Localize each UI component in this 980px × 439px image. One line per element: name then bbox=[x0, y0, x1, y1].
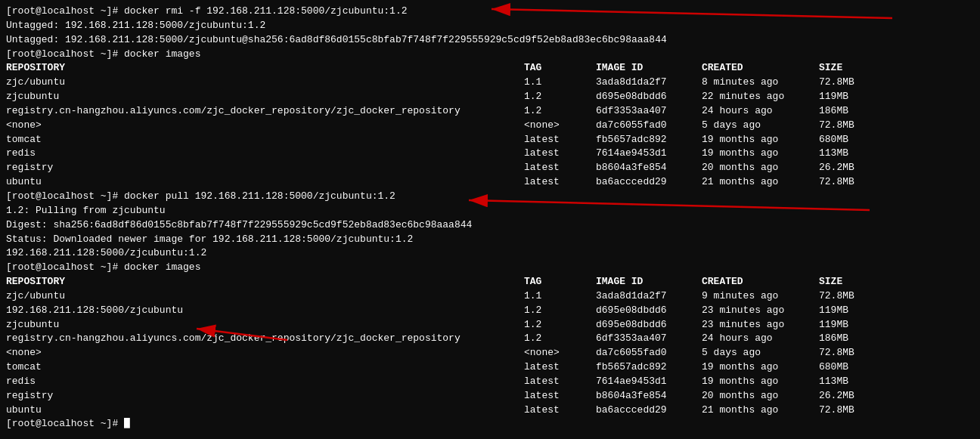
table-cell: 3ada8d1da2f7 bbox=[596, 76, 702, 90]
table-cell: tomcat bbox=[6, 133, 524, 147]
terminal-line: 192.168.211.128:5000/zjcubuntu1.2d695e08… bbox=[6, 304, 974, 318]
table-cell: latest bbox=[524, 403, 596, 418]
terminal-line: REPOSITORYTAGIMAGE IDCREATEDSIZE bbox=[6, 61, 974, 76]
terminal-line: registry.cn-hangzhou.aliyuncs.com/zjc_do… bbox=[6, 104, 974, 119]
table-header-cell: SIZE bbox=[819, 61, 879, 76]
table-cell: latest bbox=[524, 360, 596, 375]
table-cell: latest bbox=[524, 133, 596, 147]
terminal-line: registrylatestb8604a3fe85420 months ago2… bbox=[6, 389, 974, 403]
terminal-line: registry.cn-hangzhou.aliyuncs.com/zjc_do… bbox=[6, 332, 974, 346]
table-header-cell: CREATED bbox=[702, 61, 819, 76]
table-cell: zjcubuntu bbox=[6, 90, 524, 104]
table-cell: 1.2 bbox=[524, 304, 596, 318]
terminal-line: [root@localhost ~]# docker images bbox=[6, 48, 974, 62]
table-cell: 5 days ago bbox=[702, 119, 819, 133]
table-header-cell: REPOSITORY bbox=[6, 275, 524, 289]
table-cell: 119MB bbox=[819, 318, 879, 332]
table-cell: registry.cn-hangzhou.aliyuncs.com/zjc_do… bbox=[6, 104, 524, 119]
table-cell: latest bbox=[524, 389, 596, 403]
table-cell: 9 minutes ago bbox=[702, 289, 819, 304]
table-cell: 72.8MB bbox=[819, 175, 879, 190]
table-cell: 19 months ago bbox=[702, 133, 819, 147]
table-cell: fb5657adc892 bbox=[596, 360, 702, 375]
terminal-line: [root@localhost ~]# docker images bbox=[6, 261, 974, 275]
terminal-line: ubuntulatestba6acccedd2921 months ago72.… bbox=[6, 403, 974, 418]
table-cell: latest bbox=[524, 375, 596, 389]
table-cell: 7614ae9453d1 bbox=[596, 147, 702, 161]
table-cell: 680MB bbox=[819, 360, 879, 375]
table-cell: 1.2 bbox=[524, 104, 596, 119]
table-cell: 26.2MB bbox=[819, 161, 879, 175]
table-cell: 23 minutes ago bbox=[702, 318, 819, 332]
table-cell: 6df3353aa407 bbox=[596, 104, 702, 119]
table-header-cell: IMAGE ID bbox=[596, 275, 702, 289]
table-cell: <none> bbox=[6, 346, 524, 360]
table-cell: zjc/ubuntu bbox=[6, 289, 524, 304]
terminal-line: registrylatestb8604a3fe85420 months ago2… bbox=[6, 161, 974, 175]
terminal-line: zjc/ubuntu1.13ada8d1da2f78 minutes ago72… bbox=[6, 76, 974, 90]
terminal-line: tomcatlatestfb5657adc89219 months ago680… bbox=[6, 133, 974, 147]
terminal-line: 192.168.211.128:5000/zjcubuntu:1.2 bbox=[6, 246, 974, 261]
table-cell: 72.8MB bbox=[819, 346, 879, 360]
table-cell: 72.8MB bbox=[819, 119, 879, 133]
table-header-cell: IMAGE ID bbox=[596, 61, 702, 76]
table-header-cell: SIZE bbox=[819, 275, 879, 289]
terminal-line: tomcatlatestfb5657adc89219 months ago680… bbox=[6, 360, 974, 375]
terminal-line: Status: Downloaded newer image for 192.1… bbox=[6, 233, 974, 247]
terminal-line: redislatest7614ae9453d119 months ago113M… bbox=[6, 147, 974, 161]
table-cell: 72.8MB bbox=[819, 289, 879, 304]
table-cell: redis bbox=[6, 147, 524, 161]
table-cell: 192.168.211.128:5000/zjcubuntu bbox=[6, 304, 524, 318]
table-cell: tomcat bbox=[6, 360, 524, 375]
terminal: [root@localhost ~]# docker rmi -f 192.16… bbox=[0, 0, 980, 439]
terminal-line: <none><none>da7c6055fad05 days ago72.8MB bbox=[6, 119, 974, 133]
terminal-line: zjc/ubuntu1.13ada8d1da2f79 minutes ago72… bbox=[6, 289, 974, 304]
table-cell: ubuntu bbox=[6, 403, 524, 418]
table-cell: da7c6055fad0 bbox=[596, 346, 702, 360]
table-cell: da7c6055fad0 bbox=[596, 119, 702, 133]
table-cell: registry bbox=[6, 389, 524, 403]
terminal-line: redislatest7614ae9453d119 months ago113M… bbox=[6, 375, 974, 389]
table-cell: 26.2MB bbox=[819, 389, 879, 403]
terminal-line: Untagged: 192.168.211.128:5000/zjcubuntu… bbox=[6, 19, 974, 33]
table-cell: latest bbox=[524, 147, 596, 161]
table-cell: <none> bbox=[524, 346, 596, 360]
terminal-line: [root@localhost ~]# docker pull 192.168.… bbox=[6, 190, 974, 204]
table-cell: 1.2 bbox=[524, 318, 596, 332]
terminal-line: ubuntulatestba6acccedd2921 months ago72.… bbox=[6, 175, 974, 190]
table-cell: ba6acccedd29 bbox=[596, 403, 702, 418]
terminal-line: 1.2: Pulling from zjcubuntu bbox=[6, 204, 974, 218]
table-cell: b8604a3fe854 bbox=[596, 161, 702, 175]
terminal-line: <none><none>da7c6055fad05 days ago72.8MB bbox=[6, 346, 974, 360]
table-cell: ubuntu bbox=[6, 175, 524, 190]
table-cell: 72.8MB bbox=[819, 403, 879, 418]
table-cell: <none> bbox=[524, 119, 596, 133]
table-cell: b8604a3fe854 bbox=[596, 389, 702, 403]
table-cell: registry.cn-hangzhou.aliyuncs.com/zjc_do… bbox=[6, 332, 524, 346]
terminal-line: zjcubuntu1.2d695e08dbdd623 minutes ago11… bbox=[6, 318, 974, 332]
table-cell: 21 months ago bbox=[702, 403, 819, 418]
terminal-line: REPOSITORYTAGIMAGE IDCREATEDSIZE bbox=[6, 275, 974, 289]
table-cell: latest bbox=[524, 175, 596, 190]
terminal-line: zjcubuntu1.2d695e08dbdd622 minutes ago11… bbox=[6, 90, 974, 104]
table-cell: 186MB bbox=[819, 104, 879, 119]
terminal-line: [root@localhost ~]# docker rmi -f 192.16… bbox=[6, 5, 974, 19]
table-header-cell: CREATED bbox=[702, 275, 819, 289]
table-header-cell: TAG bbox=[524, 61, 596, 76]
table-cell: 24 hours ago bbox=[702, 104, 819, 119]
table-cell: 19 months ago bbox=[702, 360, 819, 375]
table-cell: 113MB bbox=[819, 375, 879, 389]
table-cell: 1.1 bbox=[524, 289, 596, 304]
table-cell: fb5657adc892 bbox=[596, 133, 702, 147]
table-cell: zjc/ubuntu bbox=[6, 76, 524, 90]
table-cell: 20 months ago bbox=[702, 161, 819, 175]
table-header-cell: REPOSITORY bbox=[6, 61, 524, 76]
table-cell: 186MB bbox=[819, 332, 879, 346]
table-cell: 19 months ago bbox=[702, 147, 819, 161]
table-cell: 5 days ago bbox=[702, 346, 819, 360]
table-cell: 21 months ago bbox=[702, 175, 819, 190]
table-cell: 8 minutes ago bbox=[702, 76, 819, 90]
table-cell: 72.8MB bbox=[819, 76, 879, 90]
table-cell: redis bbox=[6, 375, 524, 389]
table-cell: 24 hours ago bbox=[702, 332, 819, 346]
